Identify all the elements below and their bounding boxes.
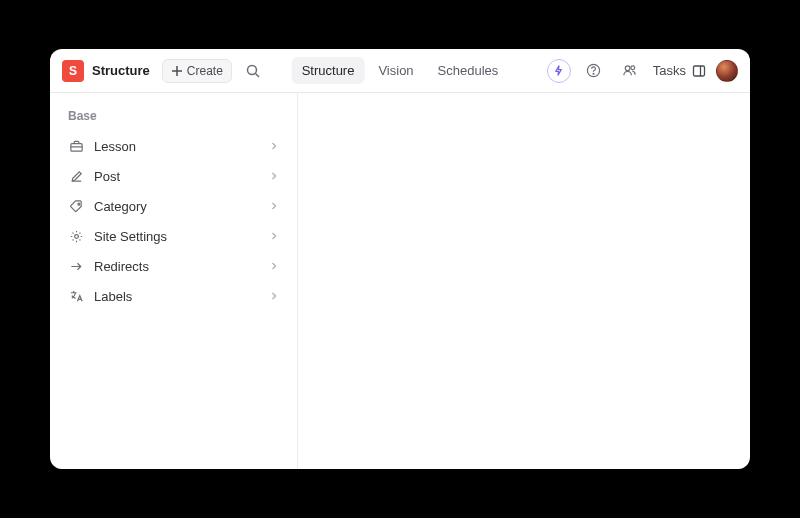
svg-point-13 [74,234,78,238]
create-button[interactable]: Create [162,59,232,83]
sidebar-item-label: Lesson [94,139,259,154]
svg-point-6 [626,66,631,71]
sidebar-item-label: Labels [94,289,259,304]
svg-point-7 [631,66,635,70]
tasks-button-label: Tasks [653,63,686,78]
gear-icon [68,228,84,244]
chevron-right-icon [269,291,279,301]
search-button[interactable] [240,58,266,84]
quick-action-button[interactable] [547,59,571,83]
sidebar: Base Lesson Post [50,93,298,469]
topbar: S Structure Create Structure Vision Sche… [50,49,750,93]
chevron-right-icon [269,261,279,271]
sidebar-item-post[interactable]: Post [58,161,289,191]
arrow-right-icon [68,258,84,274]
sidebar-item-redirects[interactable]: Redirects [58,251,289,281]
panel-icon [692,64,706,78]
chevron-right-icon [269,171,279,181]
sidebar-item-label: Redirects [94,259,259,274]
app-window: S Structure Create Structure Vision Sche… [50,49,750,469]
users-icon [622,63,637,78]
svg-rect-8 [694,66,705,76]
sidebar-item-site-settings[interactable]: Site Settings [58,221,289,251]
tab-vision[interactable]: Vision [368,57,423,84]
svg-point-2 [247,65,256,74]
svg-point-5 [593,73,594,74]
bolt-icon [553,65,564,76]
app-logo-letter: S [69,64,77,78]
chevron-right-icon [269,231,279,241]
nav-tabs: Structure Vision Schedules [292,57,509,84]
svg-line-3 [255,73,259,77]
sidebar-section-label: Base [58,103,289,131]
tab-label: Structure [302,63,355,78]
sidebar-item-label: Category [94,199,259,214]
svg-point-12 [77,203,79,205]
tab-label: Vision [378,63,413,78]
tab-label: Schedules [438,63,499,78]
app-logo: S [62,60,84,82]
body: Base Lesson Post [50,93,750,469]
sidebar-item-labels[interactable]: Labels [58,281,289,311]
help-icon [586,63,601,78]
create-button-label: Create [187,64,223,78]
main-panel [298,93,750,469]
users-button[interactable] [617,58,643,84]
search-icon [246,64,260,78]
sidebar-item-lesson[interactable]: Lesson [58,131,289,161]
tasks-button[interactable]: Tasks [653,63,706,78]
edit-icon [68,168,84,184]
chevron-right-icon [269,141,279,151]
briefcase-icon [68,138,84,154]
chevron-right-icon [269,201,279,211]
plus-icon [171,65,183,77]
translate-icon [68,288,84,304]
tab-structure[interactable]: Structure [292,57,365,84]
sidebar-item-category[interactable]: Category [58,191,289,221]
page-title: Structure [92,63,150,78]
tag-icon [68,198,84,214]
help-button[interactable] [581,58,607,84]
topbar-right: Tasks [547,58,738,84]
sidebar-item-label: Post [94,169,259,184]
sidebar-item-label: Site Settings [94,229,259,244]
tab-schedules[interactable]: Schedules [428,57,509,84]
avatar[interactable] [716,60,738,82]
